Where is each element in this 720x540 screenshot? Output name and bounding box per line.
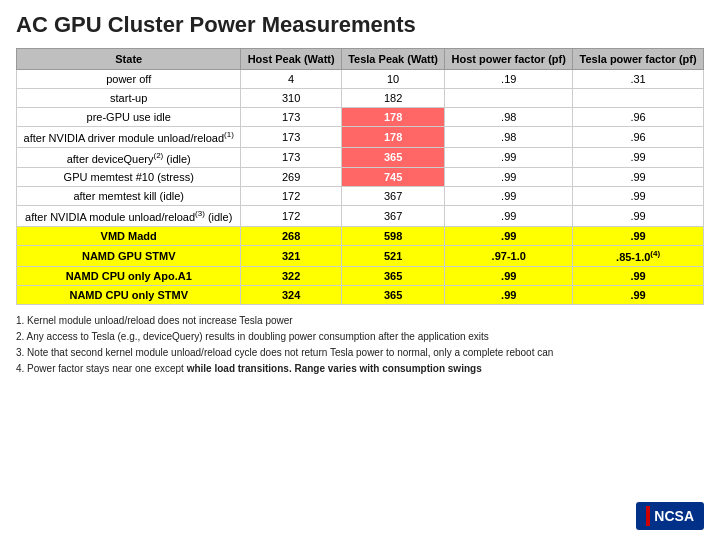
table-row-tesla-pf: .99 — [573, 187, 704, 206]
table-row-host-pf: .99 — [445, 226, 573, 245]
table-row-host-pf — [445, 89, 573, 108]
table-row-tesla-peak: 178 — [341, 127, 444, 148]
table-row-host-pf: .97-1.0 — [445, 245, 573, 266]
table-row-host-peak: 269 — [241, 168, 341, 187]
footnote-item: 1. Kernel module unload/reload does not … — [16, 313, 704, 328]
ncsa-logo: NCSA — [636, 502, 704, 530]
table-row-host-pf: .98 — [445, 108, 573, 127]
footnote-item: 3. Note that second kernel module unload… — [16, 345, 704, 360]
table-row-tesla-peak: 178 — [341, 108, 444, 127]
page-title: AC GPU Cluster Power Measurements — [16, 12, 704, 38]
table-row-tesla-pf: .96 — [573, 108, 704, 127]
header-host-pf: Host power factor (pf) — [445, 49, 573, 70]
table-row-tesla-peak: 367 — [341, 206, 444, 227]
table-row-state: after deviceQuery(2) (idle) — [17, 147, 241, 168]
table-row-state: after memtest kill (idle) — [17, 187, 241, 206]
table-row-host-pf: .99 — [445, 147, 573, 168]
ncsa-logo-area: NCSA — [636, 502, 704, 530]
table-row-host-peak: 268 — [241, 226, 341, 245]
logo-text: NCSA — [654, 508, 694, 524]
table-row-host-peak: 173 — [241, 108, 341, 127]
footnotes: 1. Kernel module unload/reload does not … — [16, 313, 704, 376]
table-row-tesla-pf: .99 — [573, 285, 704, 304]
table-row-host-peak: 324 — [241, 285, 341, 304]
table-row-state: NAMD CPU only STMV — [17, 285, 241, 304]
table-row-tesla-pf: .31 — [573, 70, 704, 89]
table-row-host-pf: .99 — [445, 187, 573, 206]
table-row-state: start-up — [17, 89, 241, 108]
table-row-tesla-peak: 365 — [341, 266, 444, 285]
header-tesla-peak: Tesla Peak (Watt) — [341, 49, 444, 70]
table-row-tesla-peak: 598 — [341, 226, 444, 245]
table-row-tesla-pf: .99 — [573, 266, 704, 285]
table-row-host-peak: 173 — [241, 147, 341, 168]
table-row-host-peak: 4 — [241, 70, 341, 89]
table-row-state: power off — [17, 70, 241, 89]
table-row-tesla-peak: 365 — [341, 285, 444, 304]
table-row-host-pf: .98 — [445, 127, 573, 148]
table-row-host-peak: 310 — [241, 89, 341, 108]
table-row-host-pf: .99 — [445, 266, 573, 285]
table-row-tesla-pf: .99 — [573, 168, 704, 187]
table-row-host-peak: 173 — [241, 127, 341, 148]
table-row-tesla-peak: 182 — [341, 89, 444, 108]
header-host-peak: Host Peak (Watt) — [241, 49, 341, 70]
table-row-host-peak: 322 — [241, 266, 341, 285]
header-state: State — [17, 49, 241, 70]
table-row-tesla-pf — [573, 89, 704, 108]
table-row-tesla-pf: .96 — [573, 127, 704, 148]
table-row-tesla-peak: 10 — [341, 70, 444, 89]
table-row-host-pf: .19 — [445, 70, 573, 89]
table-row-host-pf: .99 — [445, 206, 573, 227]
logo-red-bar — [646, 506, 650, 526]
table-row-tesla-peak: 745 — [341, 168, 444, 187]
measurements-table: State Host Peak (Watt) Tesla Peak (Watt)… — [16, 48, 704, 305]
table-row-tesla-pf: .85-1.0(4) — [573, 245, 704, 266]
table-row-tesla-pf: .99 — [573, 206, 704, 227]
table-row-host-pf: .99 — [445, 168, 573, 187]
table-row-state: VMD Madd — [17, 226, 241, 245]
table-row-tesla-pf: .99 — [573, 147, 704, 168]
table-row-host-pf: .99 — [445, 285, 573, 304]
table-row-tesla-peak: 367 — [341, 187, 444, 206]
table-row-state: after NVIDIA module unload/reload(3) (id… — [17, 206, 241, 227]
footnote-item: 4. Power factor stays near one except wh… — [16, 361, 704, 376]
header-tesla-pf: Tesla power factor (pf) — [573, 49, 704, 70]
table-row-tesla-peak: 365 — [341, 147, 444, 168]
table-row-host-peak: 172 — [241, 187, 341, 206]
table-row-state: NAMD CPU only Apo.A1 — [17, 266, 241, 285]
table-row-state: after NVIDIA driver module unload/reload… — [17, 127, 241, 148]
table-row-tesla-peak: 521 — [341, 245, 444, 266]
table-row-host-peak: 172 — [241, 206, 341, 227]
footnote-item: 2. Any access to Tesla (e.g., deviceQuer… — [16, 329, 704, 344]
table-row-state: pre-GPU use idle — [17, 108, 241, 127]
table-row-host-peak: 321 — [241, 245, 341, 266]
table-row-tesla-pf: .99 — [573, 226, 704, 245]
table-row-state: GPU memtest #10 (stress) — [17, 168, 241, 187]
table-row-state: NAMD GPU STMV — [17, 245, 241, 266]
